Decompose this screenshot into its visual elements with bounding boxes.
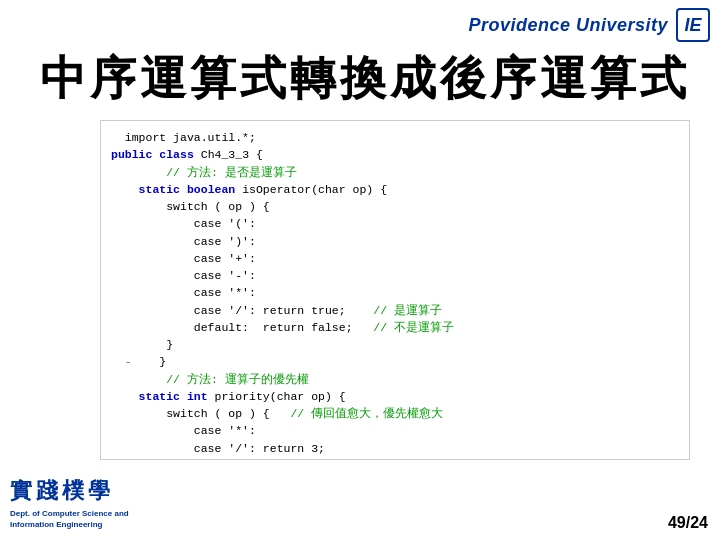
header: Providence University IE (460, 0, 720, 50)
logo-char: 實 (10, 476, 34, 506)
code-line: case '+': return 2; (111, 457, 679, 460)
code-line: switch ( op ) { (111, 198, 679, 215)
code-line: static boolean isOperator(char op) { (111, 181, 679, 198)
university-name: Providence University (468, 15, 668, 36)
code-line: case '*': (111, 284, 679, 301)
page-number: 49/24 (668, 514, 708, 532)
code-line: static int priority(char op) { (111, 388, 679, 405)
code-line: default: return false; // 不是運算子 (111, 319, 679, 336)
code-line: case '/': return 3; (111, 440, 679, 457)
code-line: // 方法: 是否是運算子 (111, 164, 679, 181)
dept-name-line2: Information Engineering (10, 519, 129, 530)
page-title: 中序運算式轉換成後序運算式 (40, 48, 690, 110)
logo-char: 樸 (62, 476, 86, 506)
code-block: import java.util.*; public class Ch4_3_3… (100, 120, 690, 460)
bottom-logo: 實 踐 樸 學 Dept. of Computer Science and In… (10, 476, 129, 530)
logo-char: 學 (88, 476, 112, 506)
code-line: case '+': (111, 250, 679, 267)
code-line: case '-': (111, 267, 679, 284)
code-line: public class Ch4_3_3 { (111, 146, 679, 163)
logo-chars: 實 踐 樸 學 (10, 476, 129, 506)
dept-name-line1: Dept. of Computer Science and (10, 508, 129, 519)
code-line: case '/': return true; // 是運算子 (111, 302, 679, 319)
code-line: case '(': (111, 215, 679, 232)
logo-char: 踐 (36, 476, 60, 506)
code-line: } (111, 336, 679, 353)
university-logo: IE (676, 8, 710, 42)
code-line: case ')': (111, 233, 679, 250)
code-line: case '*': (111, 422, 679, 439)
code-line: // 方法: 運算子的優先權 (111, 371, 679, 388)
code-line: switch ( op ) { // 傳回值愈大，優先權愈大 (111, 405, 679, 422)
code-line: import java.util.*; (111, 129, 679, 146)
code-line: - } (111, 353, 679, 370)
